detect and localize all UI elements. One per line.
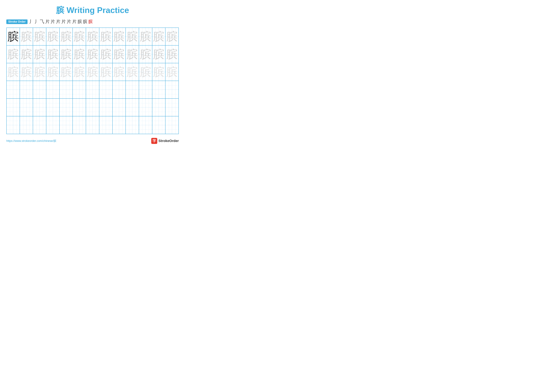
cell-6-2[interactable] [20, 116, 33, 134]
cell-2-5[interactable]: 膑 [60, 46, 73, 63]
cell-5-7[interactable] [86, 99, 99, 116]
cell-2-9[interactable]: 膑 [113, 46, 126, 63]
cell-1-10[interactable]: 膑 [126, 28, 139, 45]
cell-6-3[interactable] [33, 116, 46, 134]
cell-6-11[interactable] [139, 116, 152, 134]
cell-5-4[interactable] [46, 99, 60, 116]
cell-6-10[interactable] [126, 116, 139, 134]
char-faint: 膑 [34, 66, 45, 78]
cell-6-5[interactable] [60, 116, 73, 134]
cell-4-10[interactable] [126, 81, 139, 98]
char-guide: 膑 [34, 31, 45, 42]
cell-4-3[interactable] [33, 81, 46, 98]
cell-3-8[interactable]: 膑 [99, 63, 113, 81]
char-guide: 膑 [7, 49, 19, 60]
cell-6-13[interactable] [166, 116, 178, 134]
cell-4-11[interactable] [139, 81, 152, 98]
cell-5-10[interactable] [126, 99, 139, 116]
footer-url[interactable]: https://www.strokeorder.com/chinese/膑 [6, 139, 56, 143]
cell-4-8[interactable] [99, 81, 113, 98]
footer: https://www.strokeorder.com/chinese/膑 字 … [6, 138, 179, 144]
cell-3-6[interactable]: 膑 [73, 63, 86, 81]
cell-5-5[interactable] [60, 99, 73, 116]
char-guide: 膑 [113, 31, 125, 42]
cell-4-5[interactable] [60, 81, 73, 98]
cell-3-10[interactable]: 膑 [126, 63, 139, 81]
cell-5-9[interactable] [113, 99, 126, 116]
cell-4-13[interactable] [166, 81, 178, 98]
grid-row-2: 膑 膑 膑 膑 膑 膑 膑 膑 [7, 46, 178, 63]
cell-2-10[interactable]: 膑 [126, 46, 139, 63]
cell-3-11[interactable]: 膑 [139, 63, 152, 81]
cell-1-5[interactable]: 膑 [60, 28, 73, 45]
page-title: 膑 Writing Practice [6, 5, 179, 16]
cell-4-4[interactable] [46, 81, 60, 98]
char-guide: 膑 [73, 49, 85, 60]
char-faint: 膑 [140, 66, 151, 78]
cell-1-3[interactable]: 膑 [33, 28, 46, 45]
cell-6-6[interactable] [73, 116, 86, 134]
cell-3-9[interactable]: 膑 [113, 63, 126, 81]
char-guide: 膑 [73, 31, 85, 42]
cell-6-12[interactable] [152, 116, 166, 134]
cell-2-2[interactable]: 膑 [20, 46, 33, 63]
char-guide: 膑 [140, 49, 151, 60]
cell-2-11[interactable]: 膑 [139, 46, 152, 63]
cell-1-4[interactable]: 膑 [46, 28, 60, 45]
cell-3-2[interactable]: 膑 [20, 63, 33, 81]
cell-4-6[interactable] [73, 81, 86, 98]
cell-5-8[interactable] [99, 99, 113, 116]
cell-3-3[interactable]: 膑 [33, 63, 46, 81]
cell-6-4[interactable] [46, 116, 60, 134]
cell-3-1[interactable]: 膑 [7, 63, 20, 81]
cell-1-11[interactable]: 膑 [139, 28, 152, 45]
cell-4-12[interactable] [152, 81, 166, 98]
stroke-4: 片 [45, 19, 50, 25]
cell-3-4[interactable]: 膑 [46, 63, 60, 81]
cell-1-1[interactable]: 膑 [7, 28, 20, 45]
cell-1-8[interactable]: 膑 [99, 28, 113, 45]
cell-1-12[interactable]: 膑 [152, 28, 166, 45]
cell-6-9[interactable] [113, 116, 126, 134]
cell-1-7[interactable]: 膑 [86, 28, 99, 45]
practice-grid: 膑 膑 膑 膑 膑 膑 膑 膑 [6, 28, 179, 134]
cell-5-2[interactable] [20, 99, 33, 116]
grid-row-4 [7, 81, 178, 99]
cell-5-11[interactable] [139, 99, 152, 116]
cell-4-7[interactable] [86, 81, 99, 98]
cell-4-9[interactable] [113, 81, 126, 98]
cell-1-2[interactable]: 膑 [20, 28, 33, 45]
char-guide: 膑 [113, 49, 125, 60]
cell-2-13[interactable]: 膑 [166, 46, 178, 63]
cell-3-12[interactable]: 膑 [152, 63, 166, 81]
cell-3-7[interactable]: 膑 [86, 63, 99, 81]
cell-6-8[interactable] [99, 116, 113, 134]
cell-5-13[interactable] [166, 99, 178, 116]
cell-4-2[interactable] [20, 81, 33, 98]
char-guide: 膑 [60, 49, 72, 60]
cell-1-6[interactable]: 膑 [73, 28, 86, 45]
cell-2-6[interactable]: 膑 [73, 46, 86, 63]
stroke-2: 丿 [35, 19, 39, 25]
cell-3-5[interactable]: 膑 [60, 63, 73, 81]
cell-6-1[interactable] [7, 116, 20, 134]
cell-2-4[interactable]: 膑 [46, 46, 60, 63]
cell-1-9[interactable]: 膑 [113, 28, 126, 45]
cell-6-7[interactable] [86, 116, 99, 134]
stroke-9: 片 [72, 19, 77, 25]
char-dark: 膑 [7, 31, 19, 42]
cell-5-3[interactable] [33, 99, 46, 116]
cell-1-13[interactable]: 膑 [166, 28, 178, 45]
cell-5-12[interactable] [152, 99, 166, 116]
cell-5-1[interactable] [7, 99, 20, 116]
cell-3-13[interactable]: 膑 [166, 63, 178, 81]
char-guide: 膑 [140, 31, 151, 42]
cell-2-7[interactable]: 膑 [86, 46, 99, 63]
char-guide: 膑 [21, 49, 32, 60]
cell-4-1[interactable] [7, 81, 20, 98]
cell-2-3[interactable]: 膑 [33, 46, 46, 63]
cell-2-8[interactable]: 膑 [99, 46, 113, 63]
cell-2-1[interactable]: 膑 [7, 46, 20, 63]
cell-2-12[interactable]: 膑 [152, 46, 166, 63]
cell-5-6[interactable] [73, 99, 86, 116]
